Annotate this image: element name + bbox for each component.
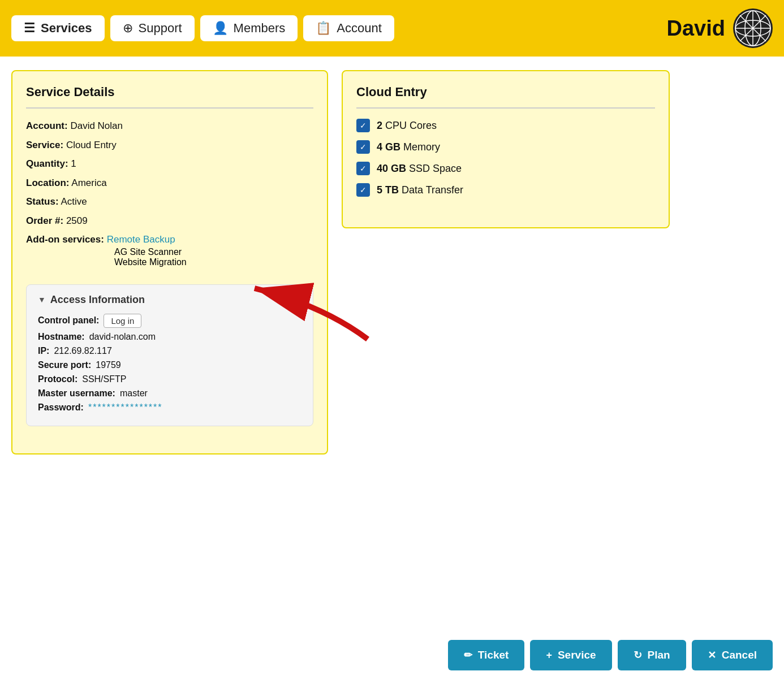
- access-password: Password: ****************: [38, 402, 301, 413]
- right-panel: Cloud Entry ✓ 2 CPU Cores ✓ 4 GB Memory …: [342, 70, 670, 228]
- main-content: Service Details Account: David Nolan Ser…: [0, 57, 784, 468]
- access-info-box: ▼ Access Information Control panel: Log …: [26, 284, 313, 426]
- cancel-icon: ✕: [708, 649, 716, 661]
- access-info-title: Access Information: [50, 294, 145, 306]
- feature-cpu: ✓ 2 CPU Cores: [356, 119, 655, 132]
- header: ☰ Services ⊕ Support 👤 Members 📋 Account…: [0, 0, 784, 57]
- detail-status: Status: Active: [26, 194, 313, 209]
- order-label: Order #:: [26, 215, 63, 226]
- access-protocol: Protocol: SSH/SFTP: [38, 374, 301, 384]
- ticket-button[interactable]: ✏ Ticket: [448, 640, 525, 670]
- tab-account[interactable]: 📋 Account: [303, 15, 394, 41]
- ticket-label: Ticket: [478, 649, 509, 661]
- access-master-user: Master username: master: [38, 388, 301, 399]
- cloud-panel-divider: [356, 107, 655, 109]
- feature-transfer: ✓ 5 TB Data Transfer: [356, 183, 655, 197]
- tab-members[interactable]: 👤 Members: [200, 15, 298, 41]
- tab-support[interactable]: ⊕ Support: [110, 15, 195, 41]
- ticket-icon: ✏: [464, 649, 472, 661]
- protocol-label: Protocol:: [38, 374, 77, 384]
- access-control-panel: Control panel: Log in: [38, 314, 301, 328]
- checkbox-ssd: ✓: [356, 162, 370, 175]
- feature-cpu-text: 2 CPU Cores: [377, 120, 437, 132]
- login-button[interactable]: Log in: [104, 314, 141, 328]
- addon-links: AG Site Scanner Website Migration: [114, 247, 313, 267]
- detail-location: Location: America: [26, 176, 313, 191]
- account-icon: 📋: [316, 21, 331, 36]
- feature-memory-text: 4 GB Memory: [377, 141, 440, 153]
- control-panel-label: Control panel:: [38, 315, 99, 326]
- addon-label: Add-on services:: [26, 234, 104, 245]
- panel-divider: [26, 107, 313, 109]
- checkbox-transfer: ✓: [356, 183, 370, 197]
- checkbox-cpu: ✓: [356, 119, 370, 132]
- location-value: America: [71, 178, 106, 188]
- addon-link-remote-backup[interactable]: Remote Backup: [107, 234, 175, 245]
- detail-quantity: Quantity: 1: [26, 157, 313, 171]
- account-value: David Nolan: [70, 120, 123, 131]
- detail-addon: Add-on services: Remote Backup: [26, 232, 313, 247]
- plan-button[interactable]: ↻ Plan: [618, 640, 686, 670]
- feature-memory: ✓ 4 GB Memory: [356, 140, 655, 154]
- detail-order: Order #: 2509: [26, 214, 313, 228]
- tab-members-label: Members: [234, 21, 286, 36]
- feature-list: ✓ 2 CPU Cores ✓ 4 GB Memory ✓ 40 GB SSD …: [356, 119, 655, 197]
- addon-link-website-migration[interactable]: Website Migration: [114, 257, 313, 267]
- password-label: Password:: [38, 402, 84, 413]
- tab-services-label: Services: [41, 21, 92, 36]
- quantity-value: 1: [71, 158, 76, 169]
- left-panel: Service Details Account: David Nolan Ser…: [11, 70, 328, 454]
- checkbox-memory: ✓: [356, 140, 370, 154]
- master-user-label: Master username:: [38, 388, 115, 399]
- user-name: David: [667, 16, 725, 41]
- detail-account: Account: David Nolan: [26, 119, 313, 133]
- addon-link-ag-scanner[interactable]: AG Site Scanner: [114, 247, 313, 257]
- user-info: David: [667, 8, 773, 48]
- hostname-value: david-nolan.com: [89, 332, 156, 342]
- password-value: ****************: [88, 402, 163, 413]
- feature-ssd: ✓ 40 GB SSD Space: [356, 162, 655, 175]
- feature-transfer-text: 5 TB Data Transfer: [377, 184, 463, 196]
- avatar[interactable]: [733, 8, 773, 48]
- service-value: Cloud Entry: [66, 140, 117, 150]
- tab-account-label: Account: [337, 21, 382, 36]
- cloud-entry-title: Cloud Entry: [356, 85, 655, 99]
- service-label: Service:: [26, 140, 63, 150]
- service-details-title: Service Details: [26, 85, 313, 99]
- services-icon: ☰: [24, 21, 35, 36]
- status-label: Status:: [26, 196, 59, 207]
- members-icon: 👤: [213, 21, 228, 36]
- cancel-label: Cancel: [722, 649, 757, 661]
- protocol-value: SSH/SFTP: [82, 374, 126, 384]
- ip-label: IP:: [38, 346, 49, 356]
- master-user-value: master: [120, 388, 148, 399]
- tab-support-label: Support: [139, 21, 182, 36]
- service-label: Service: [558, 649, 596, 661]
- plan-label: Plan: [648, 649, 670, 661]
- bottom-bar: ✏ Ticket + Service ↻ Plan ✕ Cancel: [448, 640, 773, 670]
- service-button[interactable]: + Service: [530, 640, 611, 670]
- account-label: Account:: [26, 120, 68, 131]
- feature-ssd-text: 40 GB SSD Space: [377, 163, 462, 175]
- location-label: Location:: [26, 178, 70, 188]
- secure-port-label: Secure port:: [38, 360, 91, 370]
- hostname-label: Hostname:: [38, 332, 85, 342]
- support-icon: ⊕: [123, 21, 133, 36]
- service-icon: +: [546, 650, 552, 661]
- cancel-button[interactable]: ✕ Cancel: [692, 640, 773, 670]
- nav-tabs: ☰ Services ⊕ Support 👤 Members 📋 Account: [11, 15, 394, 41]
- tab-services[interactable]: ☰ Services: [11, 15, 105, 41]
- order-value: 2509: [66, 215, 88, 226]
- detail-service: Service: Cloud Entry: [26, 138, 313, 153]
- access-ip: IP: 212.69.82.117: [38, 346, 301, 356]
- plan-icon: ↻: [634, 649, 642, 661]
- status-value: Active: [61, 196, 87, 207]
- ip-value: 212.69.82.117: [54, 346, 111, 356]
- access-info-header: ▼ Access Information: [38, 294, 301, 306]
- secure-port-value: 19759: [96, 360, 121, 370]
- quantity-label: Quantity:: [26, 158, 68, 169]
- collapse-icon[interactable]: ▼: [38, 295, 46, 304]
- access-hostname: Hostname: david-nolan.com: [38, 332, 301, 342]
- access-secure-port: Secure port: 19759: [38, 360, 301, 370]
